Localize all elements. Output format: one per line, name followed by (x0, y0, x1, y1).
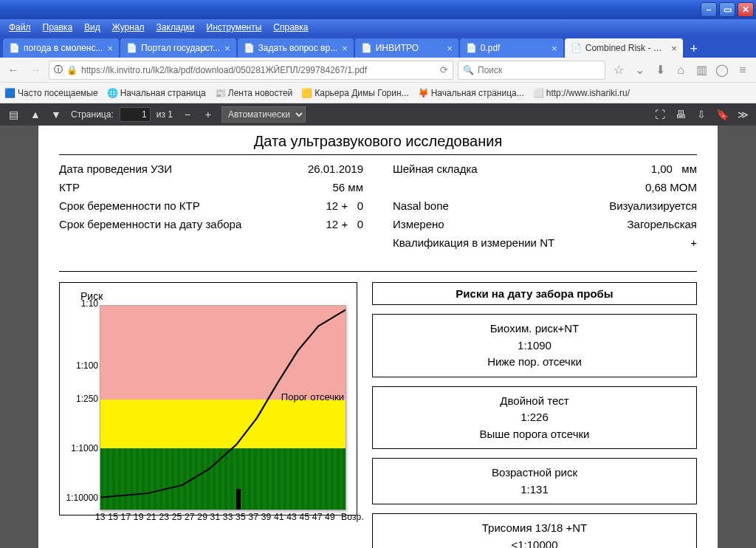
bookmark-item[interactable]: 🟨Карьера Димы Горин... (301, 88, 408, 98)
pdf-toolbar: ▤ ▲ ▼ Страница: из 1 − + Автоматически ⛶… (0, 103, 756, 126)
maximize-button[interactable]: ▭ (719, 2, 735, 17)
risk-chart: 1:101:1001:2501:10001:10000 Порог отсечк… (66, 304, 346, 510)
data-value: 26.01.2019 (308, 162, 363, 175)
close-button[interactable]: ✕ (738, 2, 754, 17)
search-input[interactable] (478, 65, 600, 75)
search-box: 🔍 (458, 61, 605, 80)
bookmark-label: Карьера Димы Горин... (315, 88, 408, 98)
tab-close-icon[interactable]: × (224, 43, 230, 54)
new-tab-button[interactable]: + (684, 40, 704, 58)
bookmark-favicon: 🟦 (4, 88, 15, 98)
menu-history[interactable]: Журнал (106, 22, 151, 32)
menu-tools[interactable]: Инструменты (201, 22, 268, 32)
y-tick: 1:1000 (71, 443, 98, 453)
home-icon[interactable]: ⌂ (672, 61, 690, 79)
shield-icon[interactable]: ◯ (713, 61, 731, 79)
tab-label: 0.pdf (481, 43, 547, 53)
data-key: Дата проведения УЗИ (59, 162, 308, 175)
risk-value: <1:10000 (377, 537, 692, 549)
reload-button[interactable]: ⟳ (440, 64, 448, 75)
data-value: Визуализируется (609, 199, 697, 212)
risk-title: Трисомия 13/18 +NT (377, 520, 692, 537)
search-icon: 🔍 (463, 65, 474, 75)
bookmark-item[interactable]: 🟦Часто посещаемые (4, 88, 98, 98)
tab-close-icon[interactable]: × (447, 43, 453, 54)
data-key: Измерено (393, 218, 628, 230)
tab-favicon: 📄 (361, 43, 371, 53)
pdf-zoom-in-icon[interactable]: + (201, 107, 216, 122)
bookmark-favicon: 🟨 (301, 88, 312, 98)
bookmark-item[interactable]: 🦊Начальная страница... (418, 88, 524, 98)
risk-box: Биохим. риск+NT1:1090Ниже пор. отсечки (372, 314, 697, 377)
pdf-more-icon[interactable]: ≫ (735, 107, 750, 122)
menu-edit[interactable]: Правка (37, 22, 79, 32)
data-key: Квалификация в измерении NT (393, 236, 690, 249)
pdf-sidebar-icon[interactable]: ▤ (6, 107, 21, 122)
tab-close-icon[interactable]: × (342, 43, 348, 54)
bookmark-star-icon[interactable]: ☆ (610, 61, 628, 79)
data-row: КТР56 мм (59, 178, 363, 196)
pdf-page-of: из 1 (157, 109, 173, 120)
info-icon[interactable]: ⓘ (54, 64, 63, 76)
pdf-page-input[interactable] (120, 107, 151, 122)
risk-title: Двойной тест (377, 393, 692, 410)
risk-value: 1:131 (377, 482, 692, 499)
data-value: 1,00 мм (651, 162, 697, 175)
risk-value: 1:226 (377, 409, 692, 426)
pdf-page-down-icon[interactable]: ▼ (49, 107, 63, 122)
minimize-button[interactable]: – (701, 2, 717, 17)
bookmark-label: Начальная страница... (431, 88, 524, 98)
data-value: 12 + 0 (326, 199, 363, 212)
risk-curve (100, 306, 346, 510)
bookmark-favicon: 🌐 (107, 88, 117, 98)
data-row: ИзмереноЗагорельская (393, 215, 697, 233)
tab-close-icon[interactable]: × (671, 43, 677, 54)
url-input[interactable] (81, 65, 436, 75)
tab-close-icon[interactable]: × (107, 43, 113, 54)
bookmark-item[interactable]: 🌐Начальная страница (107, 88, 206, 98)
bookmark-item[interactable]: 📰Лента новостей (215, 88, 293, 98)
pdf-zoom-select[interactable]: Автоматически (221, 106, 306, 123)
tab-bar: 📄погода в смоленс...×📄Портал государст..… (0, 35, 756, 58)
tab[interactable]: 📄Портал государст...× (120, 38, 236, 58)
menu-help[interactable]: Справка (267, 22, 314, 32)
tab[interactable]: 📄ИНВИТРО× (355, 38, 458, 58)
downloads-icon[interactable]: ⬇ (651, 61, 669, 79)
data-key: Срок беременности по КТР (59, 199, 326, 212)
tab[interactable]: 📄погода в смоленс...× (3, 38, 119, 58)
menu-bookmarks[interactable]: Закладки (151, 22, 201, 32)
library-icon[interactable]: ▥ (693, 61, 710, 79)
pdf-fullscreen-icon[interactable]: ⛶ (653, 107, 667, 122)
menu-icon[interactable]: ≡ (734, 61, 752, 79)
tab[interactable]: 📄Задать вопрос вр...× (238, 38, 354, 58)
bookmark-item[interactable]: ⬜http://www.ishariki.ru/ (533, 88, 630, 98)
pdf-page-up-icon[interactable]: ▲ (28, 107, 43, 122)
pdf-download-icon[interactable]: ⇩ (694, 107, 709, 122)
tab[interactable]: 📄0.pdf× (460, 38, 563, 58)
tab-favicon: 📄 (466, 43, 476, 53)
pocket-icon[interactable]: ⌄ (630, 61, 648, 79)
pdf-bookmark-icon[interactable]: 🔖 (715, 107, 729, 122)
back-button[interactable]: ← (4, 61, 22, 79)
data-value: + (690, 236, 697, 249)
menu-view[interactable]: Вид (78, 22, 106, 32)
age-marker (236, 489, 241, 510)
pdf-viewport[interactable]: Дата ультразвукового исследования Дата п… (0, 126, 756, 548)
tab-favicon: 📄 (126, 43, 137, 53)
forward-button[interactable]: → (27, 61, 44, 79)
tab-favicon: 📄 (244, 43, 254, 53)
lock-icon: 🔒 (66, 65, 78, 75)
url-box: ⓘ 🔒 ⟳ (49, 61, 453, 80)
bookmark-favicon: 🦊 (418, 88, 428, 98)
menu-file[interactable]: Файл (3, 22, 37, 32)
tab-close-icon[interactable]: × (551, 43, 557, 54)
risk-title: Возрастной риск (377, 465, 692, 482)
bookmark-label: Часто посещаемые (18, 88, 98, 98)
chart-title: Риск (80, 290, 346, 302)
data-row: 0,68 MOM (393, 178, 697, 196)
pdf-zoom-out-icon[interactable]: − (180, 107, 195, 122)
data-key: КТР (59, 181, 333, 193)
pdf-print-icon[interactable]: 🖶 (673, 107, 688, 122)
tab[interactable]: 📄Combined Risk - 1.pdf× (565, 38, 683, 58)
risk-box: Возрастной риск1:131 (372, 458, 697, 504)
